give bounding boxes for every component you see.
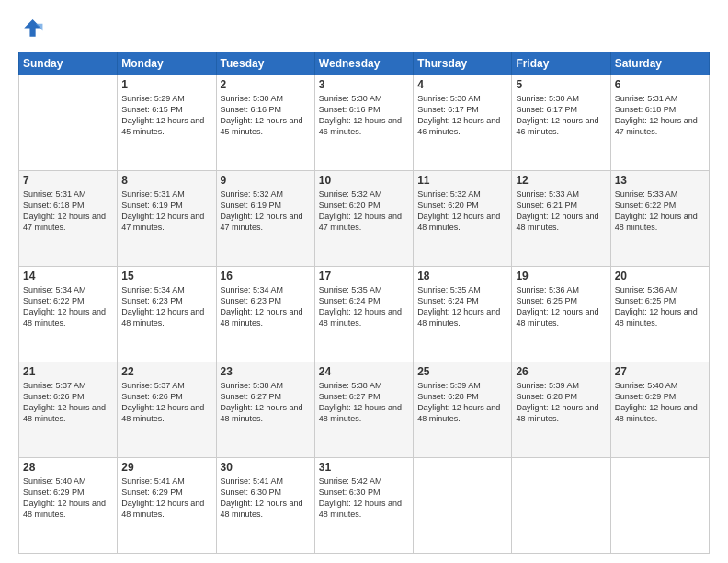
day-number: 23: [221, 365, 311, 378]
calendar-cell: 7Sunrise: 5:31 AMSunset: 6:18 PMDaylight…: [19, 171, 118, 267]
cell-info: Sunrise: 5:40 AMSunset: 6:29 PMDaylight:…: [23, 476, 113, 521]
calendar-cell: 3Sunrise: 5:30 AMSunset: 6:16 PMDaylight…: [314, 75, 413, 171]
cell-info: Sunrise: 5:38 AMSunset: 6:27 PMDaylight:…: [221, 380, 311, 425]
cell-info: Sunrise: 5:37 AMSunset: 6:26 PMDaylight:…: [23, 380, 113, 425]
calendar-cell: [414, 458, 512, 554]
header: [18, 17, 710, 42]
svg-marker-0: [24, 19, 41, 37]
day-number: 8: [121, 174, 211, 187]
calendar-cell: 24Sunrise: 5:38 AMSunset: 6:27 PMDayligh…: [314, 362, 413, 458]
cell-info: Sunrise: 5:31 AMSunset: 6:18 PMDaylight:…: [23, 189, 113, 234]
cell-info: Sunrise: 5:42 AMSunset: 6:30 PMDaylight:…: [319, 476, 409, 521]
day-number: 26: [516, 365, 606, 378]
cell-info: Sunrise: 5:41 AMSunset: 6:30 PMDaylight:…: [221, 476, 311, 521]
col-header-monday: Monday: [118, 52, 216, 75]
calendar-cell: 17Sunrise: 5:35 AMSunset: 6:24 PMDayligh…: [314, 267, 413, 362]
col-header-wednesday: Wednesday: [314, 52, 413, 75]
calendar-cell: 29Sunrise: 5:41 AMSunset: 6:29 PMDayligh…: [118, 458, 216, 554]
calendar-week-row: 1Sunrise: 5:29 AMSunset: 6:15 PMDaylight…: [19, 75, 710, 171]
day-number: 21: [23, 365, 113, 378]
day-number: 10: [319, 174, 409, 187]
cell-info: Sunrise: 5:34 AMSunset: 6:23 PMDaylight:…: [121, 284, 211, 329]
cell-info: Sunrise: 5:35 AMSunset: 6:24 PMDaylight:…: [417, 284, 507, 329]
cell-info: Sunrise: 5:39 AMSunset: 6:28 PMDaylight:…: [516, 380, 606, 425]
cell-info: Sunrise: 5:33 AMSunset: 6:22 PMDaylight:…: [615, 189, 705, 234]
cell-info: Sunrise: 5:34 AMSunset: 6:23 PMDaylight:…: [221, 284, 311, 329]
calendar-cell: 25Sunrise: 5:39 AMSunset: 6:28 PMDayligh…: [414, 362, 512, 458]
calendar-cell: 13Sunrise: 5:33 AMSunset: 6:22 PMDayligh…: [610, 171, 709, 267]
day-number: 2: [221, 78, 311, 91]
cell-info: Sunrise: 5:30 AMSunset: 6:16 PMDaylight:…: [319, 93, 409, 138]
calendar-cell: 5Sunrise: 5:30 AMSunset: 6:17 PMDaylight…: [512, 75, 610, 171]
calendar-header-row: SundayMondayTuesdayWednesdayThursdayFrid…: [19, 52, 710, 75]
cell-info: Sunrise: 5:32 AMSunset: 6:20 PMDaylight:…: [319, 189, 409, 234]
col-header-tuesday: Tuesday: [216, 52, 314, 75]
day-number: 3: [319, 78, 409, 91]
day-number: 29: [121, 461, 211, 474]
calendar-cell: [19, 75, 118, 171]
calendar-cell: 10Sunrise: 5:32 AMSunset: 6:20 PMDayligh…: [314, 171, 413, 267]
calendar-cell: 19Sunrise: 5:36 AMSunset: 6:25 PMDayligh…: [512, 267, 610, 362]
logo: [18, 17, 46, 42]
calendar-cell: 16Sunrise: 5:34 AMSunset: 6:23 PMDayligh…: [216, 267, 314, 362]
cell-info: Sunrise: 5:34 AMSunset: 6:22 PMDaylight:…: [23, 284, 113, 329]
logo-icon: [18, 17, 44, 42]
day-number: 28: [23, 461, 113, 474]
cell-info: Sunrise: 5:32 AMSunset: 6:19 PMDaylight:…: [221, 189, 311, 234]
cell-info: Sunrise: 5:39 AMSunset: 6:28 PMDaylight:…: [417, 380, 507, 425]
calendar: SundayMondayTuesdayWednesdayThursdayFrid…: [18, 52, 710, 554]
cell-info: Sunrise: 5:41 AMSunset: 6:29 PMDaylight:…: [121, 476, 211, 521]
day-number: 15: [121, 270, 211, 282]
day-number: 16: [221, 270, 311, 282]
day-number: 4: [417, 78, 507, 91]
cell-info: Sunrise: 5:31 AMSunset: 6:18 PMDaylight:…: [615, 93, 705, 138]
day-number: 24: [319, 365, 409, 378]
col-header-friday: Friday: [512, 52, 610, 75]
day-number: 7: [23, 174, 113, 187]
col-header-thursday: Thursday: [414, 52, 512, 75]
cell-info: Sunrise: 5:31 AMSunset: 6:19 PMDaylight:…: [121, 189, 211, 234]
calendar-cell: 14Sunrise: 5:34 AMSunset: 6:22 PMDayligh…: [19, 267, 118, 362]
calendar-cell: [610, 458, 709, 554]
page: SundayMondayTuesdayWednesdayThursdayFrid…: [0, 0, 728, 563]
calendar-cell: 11Sunrise: 5:32 AMSunset: 6:20 PMDayligh…: [414, 171, 512, 267]
calendar-cell: 21Sunrise: 5:37 AMSunset: 6:26 PMDayligh…: [19, 362, 118, 458]
cell-info: Sunrise: 5:30 AMSunset: 6:17 PMDaylight:…: [516, 93, 606, 138]
day-number: 12: [516, 174, 606, 187]
day-number: 14: [23, 270, 113, 282]
calendar-cell: 27Sunrise: 5:40 AMSunset: 6:29 PMDayligh…: [610, 362, 709, 458]
calendar-cell: 30Sunrise: 5:41 AMSunset: 6:30 PMDayligh…: [216, 458, 314, 554]
day-number: 30: [221, 461, 311, 474]
cell-info: Sunrise: 5:32 AMSunset: 6:20 PMDaylight:…: [417, 189, 507, 234]
calendar-week-row: 7Sunrise: 5:31 AMSunset: 6:18 PMDaylight…: [19, 171, 710, 267]
calendar-cell: 1Sunrise: 5:29 AMSunset: 6:15 PMDaylight…: [118, 75, 216, 171]
cell-info: Sunrise: 5:36 AMSunset: 6:25 PMDaylight:…: [516, 284, 606, 329]
cell-info: Sunrise: 5:36 AMSunset: 6:25 PMDaylight:…: [615, 284, 705, 329]
cell-info: Sunrise: 5:29 AMSunset: 6:15 PMDaylight:…: [121, 93, 211, 138]
cell-info: Sunrise: 5:37 AMSunset: 6:26 PMDaylight:…: [121, 380, 211, 425]
cell-info: Sunrise: 5:40 AMSunset: 6:29 PMDaylight:…: [615, 380, 705, 425]
cell-info: Sunrise: 5:35 AMSunset: 6:24 PMDaylight:…: [319, 284, 409, 329]
calendar-cell: 20Sunrise: 5:36 AMSunset: 6:25 PMDayligh…: [610, 267, 709, 362]
day-number: 6: [615, 78, 705, 91]
calendar-week-row: 21Sunrise: 5:37 AMSunset: 6:26 PMDayligh…: [19, 362, 710, 458]
calendar-cell: 15Sunrise: 5:34 AMSunset: 6:23 PMDayligh…: [118, 267, 216, 362]
cell-info: Sunrise: 5:30 AMSunset: 6:17 PMDaylight:…: [417, 93, 507, 138]
calendar-cell: 9Sunrise: 5:32 AMSunset: 6:19 PMDaylight…: [216, 171, 314, 267]
calendar-cell: 28Sunrise: 5:40 AMSunset: 6:29 PMDayligh…: [19, 458, 118, 554]
calendar-cell: 6Sunrise: 5:31 AMSunset: 6:18 PMDaylight…: [610, 75, 709, 171]
calendar-week-row: 28Sunrise: 5:40 AMSunset: 6:29 PMDayligh…: [19, 458, 710, 554]
calendar-cell: 26Sunrise: 5:39 AMSunset: 6:28 PMDayligh…: [512, 362, 610, 458]
col-header-sunday: Sunday: [19, 52, 118, 75]
calendar-cell: 23Sunrise: 5:38 AMSunset: 6:27 PMDayligh…: [216, 362, 314, 458]
day-number: 22: [121, 365, 211, 378]
day-number: 9: [221, 174, 311, 187]
day-number: 31: [319, 461, 409, 474]
day-number: 18: [417, 270, 507, 282]
day-number: 13: [615, 174, 705, 187]
day-number: 20: [615, 270, 705, 282]
calendar-cell: 12Sunrise: 5:33 AMSunset: 6:21 PMDayligh…: [512, 171, 610, 267]
day-number: 11: [417, 174, 507, 187]
calendar-cell: 22Sunrise: 5:37 AMSunset: 6:26 PMDayligh…: [118, 362, 216, 458]
day-number: 25: [417, 365, 507, 378]
